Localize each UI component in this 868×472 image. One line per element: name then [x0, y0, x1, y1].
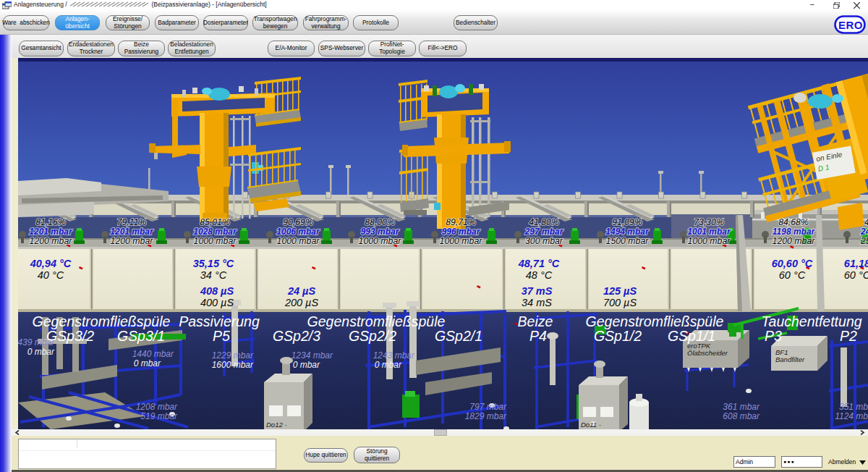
svg-text:Gegenstromfließspüle: Gegenstromfließspüle	[586, 313, 724, 329]
svg-text:0 mbar: 0 mbar	[27, 347, 55, 357]
svg-text:1500 mbar: 1500 mbar	[606, 236, 650, 246]
svg-text:48 °C: 48 °C	[526, 269, 553, 281]
svg-text:1124 mb: 1124 mb	[835, 411, 868, 421]
svg-text:1829 mbar: 1829 mbar	[465, 411, 507, 421]
svg-text:351 mb: 351 mb	[839, 402, 868, 412]
svg-text:250 m: 250 m	[860, 236, 868, 246]
svg-text:1243 mbar: 1243 mbar	[373, 350, 415, 361]
svg-text:0 mbar: 0 mbar	[293, 360, 320, 370]
svg-text:400 µS: 400 µS	[200, 297, 234, 308]
svg-text:34 °C: 34 °C	[200, 269, 227, 281]
svg-text:1200 mbar: 1200 mbar	[773, 236, 816, 246]
svg-text:1006 mbar: 1006 mbar	[276, 227, 320, 237]
svg-text:300 mbar: 300 mbar	[525, 236, 563, 246]
svg-text:Ölabscheider: Ölabscheider	[687, 349, 728, 357]
svg-text:84,68%: 84,68%	[778, 217, 809, 227]
svg-text:61,18: 61,18	[844, 258, 868, 269]
svg-text:34 mS: 34 mS	[522, 297, 552, 308]
svg-text:Do11 -: Do11 -	[581, 421, 601, 429]
svg-text:GSp2/2: GSp2/2	[349, 328, 396, 344]
svg-text:Gegenstromfließspüle: Gegenstromfließspüle	[307, 313, 446, 329]
svg-text:1000 mbar: 1000 mbar	[440, 236, 483, 246]
svg-text:40 °C: 40 °C	[38, 269, 64, 281]
svg-text:1201 mbar: 1201 mbar	[110, 227, 154, 237]
svg-text:1440 mbar: 1440 mbar	[132, 349, 174, 359]
svg-text:297 mbar: 297 mbar	[524, 227, 564, 237]
svg-text:1000 mbar: 1000 mbar	[277, 236, 320, 246]
svg-text:P4: P4	[529, 328, 547, 344]
svg-text:1001 mbar: 1001 mbar	[687, 227, 731, 237]
svg-text:40,94 °C: 40,94 °C	[30, 258, 72, 269]
svg-text:Gegenstromfließspüle: Gegenstromfließspüle	[33, 313, 171, 329]
svg-text:GSp2/3: GSp2/3	[273, 328, 320, 344]
svg-text:P3: P3	[765, 328, 782, 344]
svg-text:90,69%: 90,69%	[283, 217, 313, 227]
svg-text:Bandfilter: Bandfilter	[775, 355, 805, 363]
svg-text:1201 mbar: 1201 mbar	[29, 227, 73, 237]
svg-text:89,71%: 89,71%	[446, 217, 476, 227]
svg-text:1198 mbar: 1198 mbar	[773, 227, 816, 237]
svg-text:60,60 °C: 60,60 °C	[772, 258, 813, 269]
svg-text:GSp2/1: GSp2/1	[435, 328, 482, 344]
svg-text:24 µS: 24 µS	[287, 285, 316, 297]
svg-text:125 µS: 125 µS	[603, 285, 637, 297]
svg-text:797 mbar: 797 mbar	[469, 402, 507, 412]
svg-text:248 m: 248 m	[860, 227, 868, 237]
svg-text:1000 mbar: 1000 mbar	[688, 236, 731, 246]
svg-text:361 mbar: 361 mbar	[723, 402, 760, 412]
svg-text:41,80%: 41,80%	[529, 217, 559, 227]
svg-text:41,9: 41,9	[864, 217, 868, 227]
svg-text:993 mbar: 993 mbar	[361, 227, 400, 237]
svg-text:608 mbar: 608 mbar	[723, 411, 760, 421]
svg-text:35,15 °C: 35,15 °C	[193, 258, 234, 269]
svg-text:1234 mbar: 1234 mbar	[292, 350, 333, 361]
svg-text:1494 mbar: 1494 mbar	[605, 227, 650, 237]
svg-text:73,30%: 73,30%	[694, 217, 724, 227]
svg-text:439 mbar: 439 mbar	[17, 337, 55, 347]
svg-text:1229 mbar: 1229 mbar	[212, 350, 254, 361]
svg-text:ERO: ERO	[838, 19, 863, 31]
svg-text:88,00%: 88,00%	[365, 217, 395, 227]
svg-text:519 mbar: 519 mbar	[140, 411, 178, 421]
svg-text:81,16%: 81,16%	[35, 217, 66, 227]
svg-text:1028 mbar: 1028 mbar	[193, 227, 237, 237]
svg-text:700 µS: 700 µS	[603, 297, 637, 308]
svg-text:79,11%: 79,11%	[117, 217, 147, 227]
svg-text:P5: P5	[213, 328, 230, 344]
svg-text:0 mbar: 0 mbar	[375, 360, 402, 370]
svg-text:60 °C: 60 °C	[844, 269, 868, 281]
svg-text:P2: P2	[840, 328, 857, 344]
svg-text:91,09%: 91,09%	[612, 217, 642, 227]
svg-text:0 mbar: 0 mbar	[134, 358, 161, 368]
svg-text:GSp3/1: GSp3/1	[117, 328, 165, 344]
svg-text:200 µS: 200 µS	[284, 297, 319, 308]
svg-text:1000 mbar: 1000 mbar	[359, 236, 402, 246]
svg-text:996 mbar: 996 mbar	[442, 227, 481, 237]
svg-text:1000 mbar: 1000 mbar	[194, 236, 237, 246]
svg-text:48,71 °C: 48,71 °C	[518, 258, 560, 269]
svg-text:1200 mbar: 1200 mbar	[111, 236, 154, 246]
svg-text:Tauchentfettung: Tauchentfettung	[761, 313, 861, 329]
svg-text:1600 mbar: 1600 mbar	[212, 360, 254, 370]
svg-text:60 °C: 60 °C	[779, 269, 806, 281]
svg-text:Beize: Beize	[518, 313, 553, 329]
svg-text:37 mS: 37 mS	[522, 285, 553, 297]
svg-text:408 µS: 408 µS	[200, 285, 234, 297]
svg-text:Passivierung: Passivierung	[179, 313, 260, 329]
svg-text:1208 mbar: 1208 mbar	[136, 402, 178, 412]
svg-text:GSp1/2: GSp1/2	[594, 328, 642, 344]
svg-text:85,01%: 85,01%	[200, 217, 230, 227]
svg-text:1200 mbar: 1200 mbar	[30, 236, 73, 246]
